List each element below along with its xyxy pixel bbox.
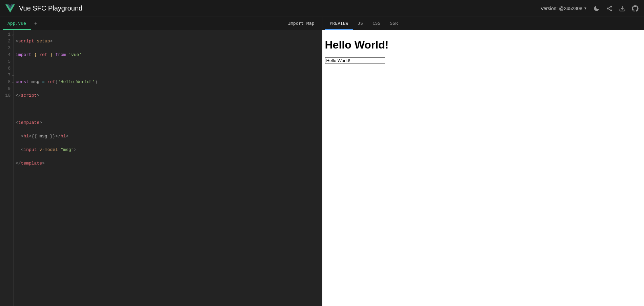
- file-tabs: App.vue + Import Map: [0, 17, 322, 30]
- preview-heading: Hello World!: [325, 39, 642, 51]
- download-icon[interactable]: [619, 5, 626, 12]
- code-editor[interactable]: 1 2 3 4 5 6 7 8 9 10 <script setup> impo…: [0, 30, 322, 306]
- output-pane: PREVIEW JS CSS SSR Hello World!: [322, 17, 644, 306]
- svg-point-0: [610, 5, 612, 7]
- app-title: Vue SFC Playground: [19, 4, 541, 12]
- version-selector[interactable]: Version: @245230e ▼: [541, 6, 587, 11]
- tab-import-map[interactable]: Import Map: [283, 17, 319, 30]
- tab-preview[interactable]: PREVIEW: [325, 17, 353, 30]
- vue-logo-icon: [5, 4, 15, 13]
- line-number: 6: [0, 65, 11, 72]
- editor-pane: App.vue + Import Map 1 2 3 4 5 6 7 8 9 1…: [0, 17, 322, 306]
- share-icon[interactable]: [606, 5, 613, 12]
- output-tabs: PREVIEW JS CSS SSR: [322, 17, 644, 30]
- version-label: Version: @245230e: [541, 6, 582, 11]
- tab-js[interactable]: JS: [353, 17, 368, 30]
- line-number: 5: [0, 58, 11, 65]
- code-content[interactable]: <script setup> import { ref } from 'vue'…: [14, 30, 322, 306]
- header-actions: Version: @245230e ▼: [541, 5, 639, 12]
- preview-frame: Hello World!: [322, 30, 644, 306]
- tab-ssr[interactable]: SSR: [385, 17, 402, 30]
- svg-point-2: [610, 9, 612, 11]
- svg-point-1: [607, 7, 609, 9]
- line-number: 2: [0, 38, 11, 45]
- line-number: 7: [0, 72, 11, 79]
- line-gutter: 1 2 3 4 5 6 7 8 9 10: [0, 30, 14, 306]
- add-file-button[interactable]: +: [31, 17, 41, 30]
- line-number: 8: [0, 79, 11, 85]
- preview-msg-input[interactable]: [325, 57, 385, 64]
- tab-app-vue[interactable]: App.vue: [3, 17, 31, 30]
- line-number: 3: [0, 45, 11, 52]
- tab-css[interactable]: CSS: [368, 17, 385, 30]
- chevron-down-icon: ▼: [584, 6, 587, 10]
- line-number: 9: [0, 85, 11, 92]
- line-number: 1: [0, 31, 11, 38]
- main-split: App.vue + Import Map 1 2 3 4 5 6 7 8 9 1…: [0, 17, 644, 306]
- moon-icon[interactable]: [593, 5, 600, 12]
- app-header: Vue SFC Playground Version: @245230e ▼: [0, 0, 644, 17]
- github-icon[interactable]: [632, 5, 639, 12]
- plus-icon: +: [34, 20, 37, 26]
- line-number: 4: [0, 52, 11, 58]
- line-number: 10: [0, 92, 11, 99]
